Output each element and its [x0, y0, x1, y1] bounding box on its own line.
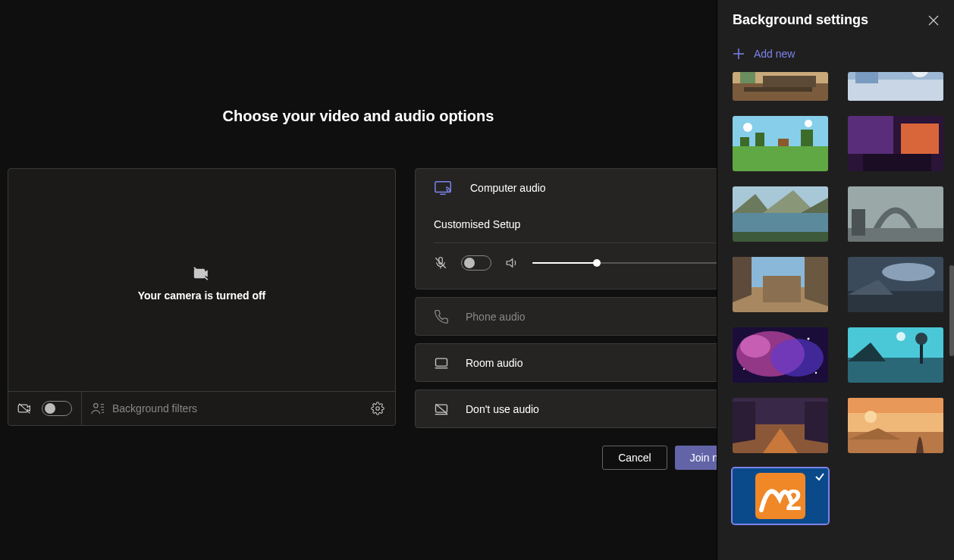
page-title: Choose your video and audio options: [0, 108, 717, 125]
bg-thumb-autumn-village[interactable]: [733, 398, 828, 453]
svg-point-64: [743, 368, 745, 370]
svg-point-63: [808, 338, 810, 340]
plus-icon: [733, 48, 745, 60]
svg-rect-28: [855, 72, 878, 83]
room-audio-card[interactable]: Room audio: [415, 343, 747, 382]
svg-point-71: [896, 332, 905, 341]
mic-off-icon[interactable]: [434, 256, 447, 270]
video-settings-button[interactable]: [371, 402, 384, 415]
speaker-icon[interactable]: [505, 256, 519, 270]
svg-rect-39: [901, 124, 939, 154]
camera-toggle[interactable]: [42, 401, 72, 416]
svg-marker-12: [507, 259, 513, 267]
background-filters-button[interactable]: Background filters: [82, 402, 395, 415]
close-icon: [928, 15, 939, 26]
bg-thumb-minecraft[interactable]: [733, 116, 828, 171]
panel-header: Background settings: [717, 0, 954, 40]
bg-thumb-lab[interactable]: [848, 72, 943, 101]
svg-point-35: [743, 123, 752, 132]
svg-rect-8: [435, 181, 450, 192]
bg-thumb-classroom[interactable]: [733, 72, 828, 101]
svg-point-80: [865, 411, 877, 423]
mic-toggle[interactable]: [461, 255, 491, 271]
svg-rect-32: [755, 133, 764, 146]
svg-point-62: [740, 335, 770, 358]
room-audio-label: Room audio: [466, 357, 523, 369]
bg-thumb-mountain-lake[interactable]: [733, 186, 828, 242]
camera-off-notice: Your camera is turned off: [138, 267, 266, 302]
computer-audio-icon: [434, 179, 453, 197]
svg-rect-49: [852, 209, 865, 236]
svg-point-36: [805, 120, 812, 127]
svg-rect-78: [848, 398, 943, 413]
add-new-background-button[interactable]: Add new: [717, 40, 954, 72]
svg-rect-54: [763, 276, 801, 302]
phone-audio-label: Phone audio: [466, 311, 526, 323]
add-new-label: Add new: [754, 48, 795, 60]
phone-icon: [434, 309, 449, 324]
camera-off-text: Your camera is turned off: [138, 289, 266, 302]
computer-audio-card[interactable]: Computer audio Customised Setup: [415, 168, 747, 289]
panel-scrollbar[interactable]: [949, 265, 954, 356]
cancel-button[interactable]: Cancel: [602, 446, 667, 470]
video-preview-card: Your camera is turned off Background fil…: [8, 168, 396, 426]
audio-setup-row[interactable]: Customised Setup: [416, 206, 746, 230]
svg-point-70: [915, 333, 927, 345]
svg-rect-31: [740, 137, 749, 146]
background-grid: 2: [717, 72, 954, 524]
svg-point-61: [770, 339, 824, 377]
svg-rect-23: [763, 76, 816, 87]
svg-point-2: [94, 404, 98, 408]
background-filters-label: Background filters: [112, 402, 197, 415]
action-buttons: Cancel Join now: [415, 446, 747, 470]
camera-off-icon: [193, 267, 210, 280]
svg-rect-38: [848, 116, 893, 154]
selected-check-icon: [814, 471, 825, 482]
svg-marker-52: [733, 257, 752, 302]
bg-thumb-m2-logo[interactable]: 2: [733, 468, 828, 524]
gear-icon: [371, 402, 384, 415]
svg-rect-40: [863, 154, 931, 171]
svg-marker-75: [805, 402, 828, 443]
svg-rect-24: [744, 87, 812, 92]
svg-rect-45: [733, 213, 828, 232]
bg-thumb-medieval-town[interactable]: [733, 257, 828, 312]
svg-rect-30: [733, 146, 828, 171]
panel-title: Background settings: [733, 12, 868, 28]
svg-rect-13: [436, 358, 447, 366]
bg-thumb-scifi-planet[interactable]: [848, 257, 943, 312]
audio-setup-label: Customised Setup: [434, 218, 520, 230]
svg-rect-33: [778, 139, 789, 146]
bg-thumb-halo-arch[interactable]: [848, 186, 943, 242]
svg-rect-22: [740, 72, 755, 83]
volume-slider[interactable]: [532, 262, 728, 264]
audio-options: Computer audio Customised Setup Phone au…: [415, 168, 747, 436]
bg-thumb-coastal-scene[interactable]: [848, 327, 943, 383]
room-icon: [434, 356, 449, 370]
prejoin-main: Choose your video and audio options Your…: [0, 0, 717, 560]
person-blur-icon: [91, 402, 105, 415]
camera-toggle-icon[interactable]: [17, 402, 33, 415]
svg-marker-53: [805, 257, 828, 306]
svg-marker-74: [733, 402, 755, 443]
background-settings-panel: Background settings Add new 2: [717, 0, 954, 560]
close-panel-button[interactable]: [928, 15, 939, 26]
audio-controls-row: [416, 243, 746, 286]
svg-point-56: [882, 263, 935, 281]
bg-thumb-sunset-hills[interactable]: [848, 398, 943, 453]
bg-thumb-nebula[interactable]: [733, 327, 828, 383]
no-audio-label: Don't use audio: [466, 403, 539, 415]
svg-point-65: [815, 372, 817, 374]
video-toolbar: Background filters: [8, 391, 395, 425]
svg-point-7: [376, 407, 380, 411]
svg-rect-34: [801, 130, 813, 146]
bg-thumb-minecraft-dungeons[interactable]: [848, 116, 943, 171]
computer-audio-label: Computer audio: [470, 182, 546, 194]
no-audio-card[interactable]: Don't use audio: [415, 389, 747, 428]
svg-rect-46: [733, 232, 828, 242]
phone-audio-card[interactable]: Phone audio: [415, 297, 747, 336]
no-audio-icon: [434, 402, 449, 416]
svg-text:2: 2: [786, 484, 802, 516]
